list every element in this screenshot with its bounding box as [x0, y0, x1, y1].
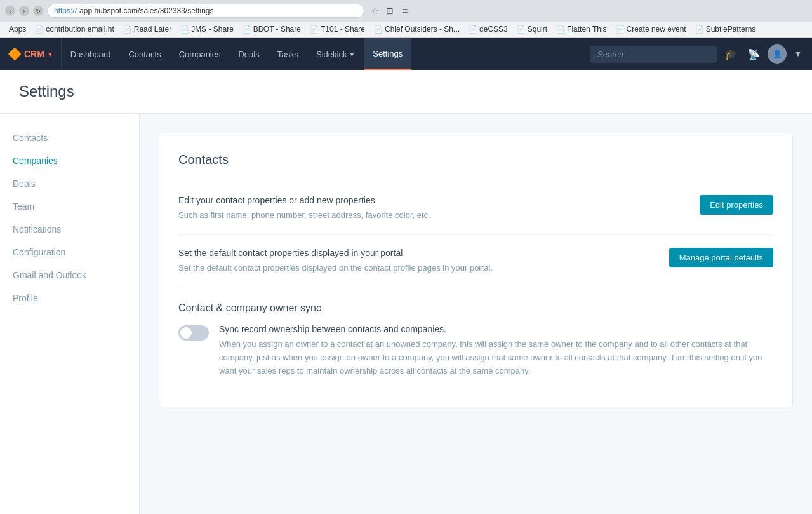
sidebar-item-configuration[interactable]: Configuration [0, 241, 139, 264]
page-title: Settings [19, 83, 793, 100]
main-content-area: Contacts Edit your contact properties or… [140, 114, 812, 514]
bookmark-label: Chief Outsiders - Sh... [385, 25, 460, 34]
bookmark-label: BBOT - Share [253, 25, 301, 34]
nav-settings[interactable]: Settings [364, 38, 411, 70]
bookmark-file-icon: 📄 [35, 25, 44, 34]
bookmark-label: SubtlePatterns [706, 25, 756, 34]
apps-bookmark[interactable]: Apps [5, 24, 30, 35]
back-button[interactable]: ‹ [5, 6, 15, 16]
sidekick-caret-icon: ▼ [349, 51, 355, 58]
bookmark-file-icon: 📄 [695, 25, 704, 34]
nav-logo-caret: ▼ [47, 51, 53, 58]
portal-defaults-info: Set the default contact properties displ… [178, 248, 623, 274]
bookmark-chief-outsiders[interactable]: 📄 Chief Outsiders - Sh... [370, 24, 463, 35]
portal-defaults-row: Set the default contact properties displ… [178, 235, 773, 288]
broadcast-icon[interactable]: 📡 [745, 46, 762, 63]
url-path: app.hubspot.com/sales/302333/settings [79, 6, 213, 15]
crm-label: CRM [24, 49, 44, 59]
sync-toggle-label: Sync record ownership between contacts a… [219, 324, 773, 334]
browser-toolbar: ‹ › ↻ https:// app.hubspot.com/sales/302… [0, 0, 812, 22]
graduation-cap-icon[interactable]: 🎓 [722, 46, 740, 63]
sidebar-item-companies[interactable]: Companies [0, 149, 139, 172]
bookmark-t101-share[interactable]: 📄 T101 - Share [306, 24, 369, 35]
reader-button[interactable]: ⊡ [383, 4, 396, 17]
page-content: Contacts Companies Deals Team Notificati… [0, 114, 812, 514]
bookmark-file-icon: 📄 [123, 25, 132, 34]
bookmark-create-new-event[interactable]: 📄 Create new event [612, 24, 690, 35]
sidebar-item-contacts[interactable]: Contacts [0, 126, 139, 149]
sync-section-divider: Contact & company owner sync Sync record… [178, 302, 773, 377]
nav-sidekick[interactable]: Sidekick ▼ [307, 38, 364, 70]
bookmark-label: Read Later [134, 25, 171, 34]
content-section-title: Contacts [178, 152, 773, 167]
sidebar-item-profile[interactable]: Profile [0, 287, 139, 309]
edit-properties-info: Edit your contact properties or add new … [178, 195, 623, 222]
top-nav: 🔶 CRM ▼ Dashboard Contacts Companies Dea… [0, 38, 812, 70]
bookmark-label: JMS - Share [191, 25, 234, 34]
bookmark-file-icon: 📄 [243, 25, 251, 34]
nav-items: Dashboard Contacts Companies Deals Tasks… [62, 38, 411, 70]
sync-toggle-content: Sync record ownership between contacts a… [219, 324, 773, 377]
bookmark-label: Flatten This [567, 25, 606, 34]
bookmark-label: T101 - Share [321, 25, 365, 34]
bookmark-file-icon: 📄 [556, 25, 565, 34]
bookmark-file-icon: 📄 [469, 25, 477, 34]
page-wrapper: Settings Contacts Companies Deals Team N… [0, 70, 812, 514]
menu-button[interactable]: ≡ [399, 4, 411, 17]
sync-toggle[interactable] [178, 325, 209, 341]
hubspot-icon: 🔶 [8, 47, 22, 61]
sidebar-item-gmail-outlook[interactable]: Gmail and Outlook [0, 264, 139, 287]
manage-portal-defaults-button[interactable]: Manage portal defaults [669, 248, 773, 267]
bookmark-decss3[interactable]: 📄 deCSS3 [465, 24, 512, 35]
nav-expand-icon[interactable]: ▼ [792, 47, 804, 61]
portal-defaults-desc: Set the default contact properties displ… [178, 262, 623, 274]
sidekick-label: Sidekick [316, 50, 347, 59]
edit-properties-title: Edit your contact properties or add new … [178, 195, 623, 205]
avatar-initials: 👤 [773, 50, 782, 58]
bookmark-label: Create new event [627, 25, 686, 34]
avatar[interactable]: 👤 [768, 44, 787, 64]
search-input[interactable] [590, 46, 717, 63]
bookmark-label: deCSS3 [479, 25, 508, 34]
bookmark-label: contribution email.ht [46, 25, 114, 34]
bookmarks-bar: Apps 📄 contribution email.ht 📄 Read Late… [0, 22, 812, 37]
star-button[interactable]: ☆ [368, 4, 381, 17]
settings-sidebar: Contacts Companies Deals Team Notificati… [0, 114, 140, 514]
url-bar[interactable]: https:// app.hubspot.com/sales/302333/se… [47, 4, 364, 18]
sidekick-label-group: Sidekick ▼ [316, 50, 355, 59]
browser-actions: ☆ ⊡ ≡ [368, 4, 411, 17]
bookmark-bbot-share[interactable]: 📄 BBOT - Share [239, 24, 305, 35]
nav-right: 🎓 📡 👤 ▼ [582, 44, 812, 64]
page-header: Settings [0, 70, 812, 114]
browser-chrome: ‹ › ↻ https:// app.hubspot.com/sales/302… [0, 0, 812, 38]
forward-button[interactable]: › [19, 6, 29, 16]
bookmark-file-icon: 📄 [180, 25, 189, 34]
bookmark-flatten-this[interactable]: 📄 Flatten This [552, 24, 610, 35]
sidebar-item-team[interactable]: Team [0, 195, 139, 218]
content-card: Contacts Edit your contact properties or… [159, 133, 793, 407]
crm-logo[interactable]: 🔶 CRM ▼ [0, 38, 62, 70]
bookmark-contribution[interactable]: 📄 contribution email.ht [31, 24, 117, 35]
sidebar-item-deals[interactable]: Deals [0, 172, 139, 195]
bookmark-jms-share[interactable]: 📄 JMS - Share [176, 24, 237, 35]
nav-companies[interactable]: Companies [170, 38, 230, 70]
portal-defaults-title: Set the default contact properties displ… [178, 248, 623, 258]
nav-dashboard[interactable]: Dashboard [62, 38, 120, 70]
nav-deals[interactable]: Deals [229, 38, 268, 70]
url-protocol: https:// [54, 6, 77, 15]
sidebar-item-notifications[interactable]: Notifications [0, 218, 139, 241]
reload-button[interactable]: ↻ [33, 6, 43, 16]
bookmark-squirt[interactable]: 📄 Squirt [513, 24, 551, 35]
sync-toggle-description: When you assign an owner to a contact at… [219, 338, 773, 377]
sync-section-title: Contact & company owner sync [178, 302, 773, 314]
nav-tasks[interactable]: Tasks [269, 38, 307, 70]
bookmark-label: Squirt [528, 25, 547, 34]
bookmark-read-later[interactable]: 📄 Read Later [119, 24, 175, 35]
bookmark-file-icon: 📄 [310, 25, 319, 34]
edit-properties-button[interactable]: Edit properties [700, 195, 773, 215]
sync-toggle-row: Sync record ownership between contacts a… [178, 324, 773, 377]
nav-contacts[interactable]: Contacts [119, 38, 170, 70]
bookmark-subtle-patterns[interactable]: 📄 SubtlePatterns [691, 24, 760, 35]
edit-properties-row: Edit your contact properties or add new … [178, 182, 773, 235]
toggle-slider [178, 325, 209, 341]
